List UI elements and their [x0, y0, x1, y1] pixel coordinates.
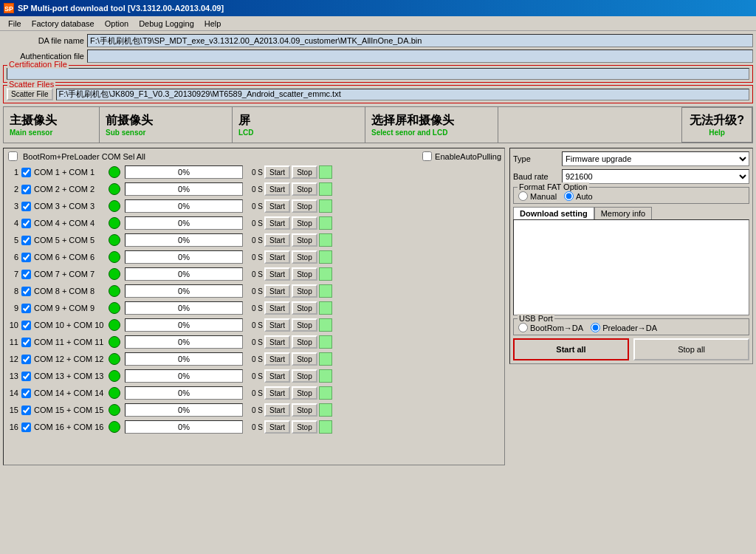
da-file-input[interactable]: [87, 34, 753, 47]
com-stop-btn-10[interactable]: Stop: [292, 318, 317, 332]
com-start-btn-2[interactable]: Start: [264, 182, 290, 196]
com-start-btn-6[interactable]: Start: [264, 250, 290, 264]
com-start-btn-1[interactable]: Start: [264, 165, 290, 179]
com-start-btn-11[interactable]: Start: [264, 335, 290, 349]
menu-factory-database[interactable]: Factory database: [27, 18, 99, 30]
com-start-btn-8[interactable]: Start: [264, 284, 290, 298]
com-status-dot-3: [109, 200, 120, 212]
com-stop-btn-11[interactable]: Stop: [292, 335, 317, 349]
tab-main-sensor[interactable]: 主摄像头 Main sensor: [4, 107, 100, 143]
com-start-btn-14[interactable]: Start: [264, 386, 290, 400]
com-stop-btn-9[interactable]: Stop: [292, 301, 317, 315]
preloader-da-radio[interactable]: [591, 323, 600, 332]
com-stop-btn-7[interactable]: Stop: [292, 267, 317, 281]
baud-rate-label: Baud rate: [513, 172, 557, 181]
com-label-14: COM 14 + COM 14: [34, 389, 104, 397]
tab-download-setting[interactable]: Download setting: [513, 207, 594, 219]
tab-select-sensor-lcd[interactable]: 选择屏和摄像头 Select senor and LCD: [365, 107, 498, 143]
com-status-indicator-5: [319, 233, 332, 247]
com-start-btn-7[interactable]: Start: [264, 267, 290, 281]
com-stop-btn-1[interactable]: Stop: [292, 165, 317, 179]
com-stop-btn-6[interactable]: Stop: [292, 250, 317, 264]
com-stop-btn-2[interactable]: Stop: [292, 182, 317, 196]
com-status-indicator-1: [319, 165, 332, 179]
com-start-btn-16[interactable]: Start: [264, 420, 290, 434]
com-checkbox-1[interactable]: [21, 168, 31, 177]
format-fat-label: Format FAT Option: [518, 182, 589, 191]
format-manual-radio[interactable]: [518, 191, 528, 201]
com-checkbox-6[interactable]: [21, 253, 31, 262]
start-all-button[interactable]: Start all: [513, 338, 629, 360]
com-checkbox-16[interactable]: [21, 423, 31, 432]
bootrom-da-label[interactable]: BootRom→DA: [518, 323, 583, 332]
com-stop-btn-3[interactable]: Stop: [292, 199, 317, 213]
com-stop-btn-16[interactable]: Stop: [292, 420, 317, 434]
com-row: 6 COM 6 + COM 6 0% 0 S Start Stop: [7, 249, 501, 265]
com-start-btn-3[interactable]: Start: [264, 199, 290, 213]
com-start-btn-15[interactable]: Start: [264, 403, 290, 417]
com-row: 16 COM 16 + COM 16 0% 0 S Start Stop: [7, 419, 501, 435]
format-manual-label[interactable]: Manual: [518, 191, 557, 201]
com-checkbox-3[interactable]: [21, 202, 31, 211]
preloader-da-label[interactable]: Preloader→DA: [591, 323, 657, 332]
com-num: 6: [7, 253, 18, 261]
cert-file-input[interactable]: [7, 68, 749, 80]
menu-option[interactable]: Option: [100, 18, 133, 30]
com-checkbox-12[interactable]: [21, 355, 31, 364]
com-checkbox-14[interactable]: [21, 389, 31, 398]
scatter-file-button[interactable]: Scatter File: [7, 88, 53, 100]
tab-memory-info[interactable]: Memory info: [594, 207, 653, 219]
com-start-btn-12[interactable]: Start: [264, 352, 290, 366]
com-stop-btn-12[interactable]: Stop: [292, 352, 317, 366]
bootrom-sel-all-checkbox[interactable]: [8, 151, 18, 161]
tab-sub-sensor[interactable]: 前摄像头 Sub sensor: [100, 107, 233, 143]
main-content: DA file name Authentication file Certifi…: [0, 31, 756, 468]
com-num: 2: [7, 185, 18, 194]
com-checkbox-7[interactable]: [21, 270, 31, 279]
com-checkbox-10[interactable]: [21, 321, 31, 330]
com-checkbox-8[interactable]: [21, 287, 31, 296]
com-num: 8: [7, 287, 18, 295]
com-stop-btn-13[interactable]: Stop: [292, 369, 317, 383]
com-stop-btn-14[interactable]: Stop: [292, 386, 317, 400]
select-sensor-cn: 选择屏和摄像头: [371, 113, 492, 129]
stop-all-button[interactable]: Stop all: [633, 338, 749, 360]
com-checkbox-15[interactable]: [21, 406, 31, 415]
com-stop-btn-4[interactable]: Stop: [292, 216, 317, 230]
tab-lcd[interactable]: 屏 LCD: [233, 107, 365, 143]
com-start-btn-5[interactable]: Start: [264, 233, 290, 247]
com-checkbox-9[interactable]: [21, 304, 31, 313]
baud-rate-row: Baud rate 921600 460800 230400 115200: [513, 169, 749, 184]
help-cn: 无法升级?: [690, 113, 744, 129]
bootrom-da-radio[interactable]: [518, 323, 528, 332]
com-checkbox-11[interactable]: [21, 338, 31, 347]
menu-help[interactable]: Help: [200, 18, 226, 30]
menu-file[interactable]: File: [4, 18, 26, 30]
com-label-11: COM 11 + COM 11: [34, 338, 104, 346]
com-start-btn-9[interactable]: Start: [264, 301, 290, 315]
com-checkbox-13[interactable]: [21, 372, 31, 381]
menu-debug-logging[interactable]: Debug Logging: [134, 18, 199, 30]
com-label-13: COM 13 + COM 13: [34, 372, 104, 380]
baud-rate-select[interactable]: 921600 460800 230400 115200: [562, 169, 749, 184]
com-checkbox-2[interactable]: [21, 185, 31, 194]
lcd-en: LCD: [238, 129, 359, 137]
format-auto-radio[interactable]: [564, 191, 574, 201]
com-checkbox-4[interactable]: [21, 219, 31, 228]
com-checkbox-5[interactable]: [21, 236, 31, 245]
type-select[interactable]: Firmware upgrade Format only Download on…: [562, 151, 749, 166]
tab-help[interactable]: 无法升级? Help: [681, 107, 752, 143]
com-start-btn-10[interactable]: Start: [264, 318, 290, 332]
com-stop-btn-5[interactable]: Stop: [292, 233, 317, 247]
scatter-file-input[interactable]: [56, 89, 749, 100]
com-progress-8: 0%: [125, 284, 243, 298]
com-stop-btn-8[interactable]: Stop: [292, 284, 317, 298]
enable-auto-pulling-checkbox[interactable]: [422, 151, 432, 161]
com-stop-btn-15[interactable]: Stop: [292, 403, 317, 417]
com-start-btn-4[interactable]: Start: [264, 216, 290, 230]
format-auto-label[interactable]: Auto: [564, 191, 593, 201]
com-start-btn-13[interactable]: Start: [264, 369, 290, 383]
auth-file-input[interactable]: [87, 49, 753, 63]
com-time-11: 0 S: [244, 338, 263, 346]
com-progress-14: 0%: [125, 386, 243, 400]
